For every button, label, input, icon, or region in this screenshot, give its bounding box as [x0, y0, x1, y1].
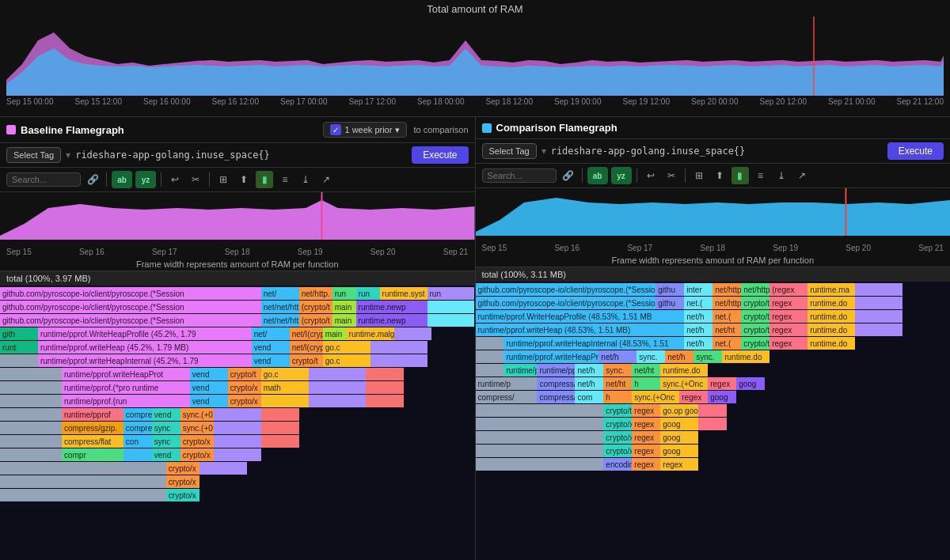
- fg-block[interactable]: [261, 395, 309, 407]
- fg-block[interactable]: [476, 445, 604, 457]
- fg-block[interactable]: [0, 489, 166, 501]
- share-icon[interactable]: ↗: [793, 167, 811, 184]
- fg-block[interactable]: sync.: [603, 364, 632, 376]
- fg-block[interactable]: githu: [656, 283, 684, 296]
- fg-block[interactable]: main: [323, 327, 347, 340]
- fg-block[interactable]: [428, 314, 475, 327]
- comparison-select-tag-button[interactable]: Select Tag: [482, 143, 537, 159]
- fg-block[interactable]: github.com/pyroscope-io/client/pyroscope…: [476, 283, 656, 296]
- fg-block[interactable]: go.c: [323, 354, 370, 367]
- ab-icon[interactable]: ab: [112, 171, 132, 188]
- fg-block[interactable]: net/ht: [603, 377, 632, 390]
- link-icon[interactable]: 🔗: [560, 167, 577, 184]
- fg-block[interactable]: runtime.do: [722, 350, 770, 363]
- fg-block[interactable]: regex: [679, 391, 708, 403]
- fg-block[interactable]: [0, 448, 62, 461]
- fg-block[interactable]: compress/gzip.: [537, 377, 575, 390]
- fg-block[interactable]: [855, 310, 902, 323]
- fg-block[interactable]: h: [632, 377, 660, 390]
- fg-block[interactable]: go.op goog: [660, 404, 698, 417]
- fg-block[interactable]: vend: [190, 381, 228, 394]
- fg-block[interactable]: [261, 408, 299, 421]
- fg-block[interactable]: [698, 418, 727, 430]
- fg-block[interactable]: runtime/pprof: [504, 364, 537, 376]
- undo-icon[interactable]: ↩: [166, 171, 184, 188]
- fg-block[interactable]: [366, 368, 404, 380]
- fg-block[interactable]: crypto/x50: [603, 418, 632, 430]
- fg-block[interactable]: crypto/tls: [741, 324, 770, 336]
- fg-block[interactable]: regex: [770, 337, 808, 350]
- fg-block[interactable]: encoding/p: [603, 458, 632, 471]
- fg-block[interactable]: runtime.newp: [356, 301, 428, 313]
- fg-block[interactable]: [261, 422, 299, 434]
- fg-block[interactable]: [476, 337, 504, 350]
- fg-block[interactable]: goog: [660, 445, 698, 457]
- fg-block[interactable]: runtime/pprof.writeHeap (45.2%, 1.79 MB): [38, 341, 252, 354]
- fg-block[interactable]: net/http.: [741, 283, 770, 296]
- fg-block[interactable]: net/l(crypto/t): [290, 341, 323, 354]
- fg-block[interactable]: crypto/x: [228, 395, 261, 407]
- baseline-execute-button[interactable]: Execute: [412, 146, 468, 164]
- fg-block[interactable]: crypto/x: [180, 435, 214, 448]
- fg-block[interactable]: regex: [632, 445, 660, 457]
- ab-icon[interactable]: ab: [587, 167, 608, 184]
- fg-block[interactable]: (crypto/t: [299, 314, 332, 327]
- fg-block[interactable]: [0, 462, 166, 475]
- fg-block[interactable]: gith: [0, 327, 38, 340]
- fg-block[interactable]: regex: [770, 297, 808, 309]
- fg-block[interactable]: [366, 395, 404, 407]
- table-icon[interactable]: ⊞: [215, 171, 232, 188]
- fg-block[interactable]: net.(: [712, 310, 741, 323]
- fg-block[interactable]: runtime/pprof.writeHeapInternal (45.2%, …: [38, 354, 252, 367]
- fg-block[interactable]: runtime.do: [808, 310, 855, 323]
- fg-block[interactable]: runtime.ma: [808, 283, 855, 296]
- fg-block[interactable]: runtime.do: [808, 297, 855, 309]
- fg-block[interactable]: sync.: [636, 350, 665, 363]
- fg-block[interactable]: runtime.malg: [347, 327, 394, 340]
- scissors-icon[interactable]: ✂: [663, 167, 680, 184]
- fg-block[interactable]: [0, 435, 62, 448]
- fg-block[interactable]: goog: [660, 418, 698, 430]
- fg-block[interactable]: net/http: [712, 283, 741, 296]
- fg-block[interactable]: [214, 448, 261, 461]
- fg-block[interactable]: vend: [252, 354, 290, 367]
- fg-block[interactable]: crypto/tls: [741, 297, 770, 309]
- baseline-select-tag-button[interactable]: Select Tag: [6, 147, 61, 163]
- fg-block[interactable]: [124, 448, 152, 461]
- fg-block[interactable]: [476, 431, 604, 444]
- fg-block[interactable]: net/net/http.: [261, 301, 299, 313]
- fg-block[interactable]: [370, 354, 428, 367]
- fg-block[interactable]: [261, 435, 299, 448]
- fg-block[interactable]: net/net/http.: [261, 314, 299, 327]
- fg-block[interactable]: [0, 354, 38, 367]
- fg-block[interactable]: net.(: [684, 297, 712, 309]
- fg-block[interactable]: [0, 422, 62, 434]
- share-icon[interactable]: ↗: [317, 171, 335, 188]
- fg-block[interactable]: sync.(+0: [180, 422, 214, 434]
- fg-block[interactable]: crypto/tls: [603, 404, 632, 417]
- export-icon[interactable]: ⬆: [711, 167, 728, 184]
- fg-block[interactable]: [214, 422, 261, 434]
- fg-block[interactable]: regex: [632, 458, 660, 471]
- fg-block[interactable]: runt: [0, 341, 38, 354]
- fg-block[interactable]: runtime/pprof.WriteHeapProfile (48.53%, …: [476, 310, 685, 323]
- fg-block[interactable]: [200, 462, 247, 475]
- fg-block[interactable]: runtime/pprof.{run: [62, 395, 190, 407]
- fg-block[interactable]: runtime/p: [476, 377, 538, 390]
- fg-block[interactable]: runtime/pprof.WriteHeapProfile (45.2%, 1…: [38, 327, 252, 340]
- sandwich-icon[interactable]: ≡: [752, 167, 770, 184]
- fg-block[interactable]: net/ht: [632, 364, 660, 376]
- comparison-search-box[interactable]: [482, 168, 557, 183]
- fg-block[interactable]: [476, 364, 504, 376]
- fg-block[interactable]: github.com/pyroscope-io/client/pyroscope…: [0, 314, 261, 327]
- scissors-icon[interactable]: ✂: [187, 171, 204, 188]
- fg-block[interactable]: [0, 408, 62, 421]
- fg-block[interactable]: runtime.do: [660, 364, 708, 376]
- comparison-query-input[interactable]: [551, 146, 883, 157]
- fg-block[interactable]: crypto/x: [166, 489, 200, 501]
- fg-block[interactable]: main: [332, 314, 356, 327]
- fg-block[interactable]: net/h: [575, 377, 603, 390]
- fg-block[interactable]: net/http: [712, 297, 741, 309]
- fg-block[interactable]: [698, 404, 727, 417]
- fg-block[interactable]: vend: [252, 341, 290, 354]
